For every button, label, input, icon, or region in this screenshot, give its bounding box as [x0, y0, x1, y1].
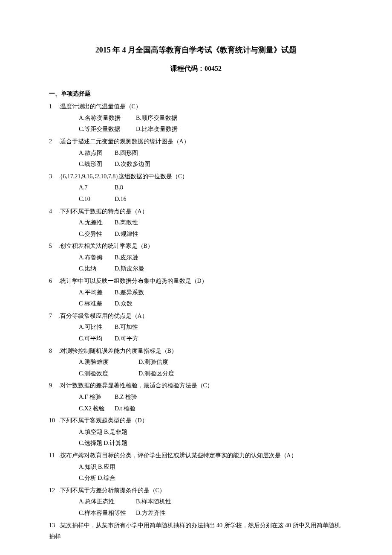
section-heading: 一、单项选择题 — [49, 88, 343, 100]
option-c: C.选择题 D.计算题 — [79, 438, 164, 449]
question-row: 11.按布卢姆对教育目标的分类，评价学生回忆或辨认某些特定事实的能力的认知层次是… — [49, 450, 343, 462]
option-c: C.测验效度 — [79, 368, 138, 380]
option-c: C.可平均 — [79, 333, 115, 345]
question-stem: .对计数数据的差异显著性检验，最适合的检验方法是（C） — [58, 382, 213, 389]
options-line: A.知识 B.应用 — [79, 462, 343, 473]
options: A.测验难度D.测验信度C.测验效度D.测验区分度 — [49, 357, 343, 379]
question-stem: .{6,17,21,9,16,∶2,10,7,8}这组数据的中位数是（C） — [58, 173, 188, 180]
options-line: A.F 检验B.Z 检验 — [79, 392, 343, 403]
options-line: A.可比性B.可加性 — [79, 322, 343, 333]
options-line: C.X2 检验D.t 检验 — [79, 403, 343, 415]
question: 10.下列不属于客观题类型的是（D）A.填空题 B.是非题C.选择题 D.计算题 — [49, 415, 343, 449]
options-line: C.样本容量相等性D.方差齐性 — [79, 508, 343, 519]
option-d: D.规津性 — [115, 229, 138, 240]
options-line: A.布鲁姆B.皮尔逊 — [79, 252, 343, 264]
options-line: A.平均差B.差异系数 — [79, 287, 343, 299]
options: A.总体正态性B.样本随机性C.样本容量相等性D.方差齐性 — [49, 496, 343, 519]
question-number: 13 — [49, 520, 58, 532]
question-number: 9 — [49, 380, 58, 392]
question-row: 4.下列不属于数据的特点的是（A） — [49, 206, 343, 218]
question-row: 1.温度计测出的气温量值是（C） — [49, 101, 343, 113]
option-a: A.测验难度 — [79, 357, 138, 368]
options: A.填空题 B.是非题C.选择题 D.计算题 — [49, 427, 343, 449]
option-c: C.10 — [79, 194, 115, 205]
question-row: 12.下列不属于方差分析前提条件的是（C） — [49, 485, 343, 497]
options: A.F 检验B.Z 检验C.X2 检验D.t 检验 — [49, 392, 343, 414]
question: 5.创立积差相关法的统计学家是（B）A.布鲁姆B.皮尔逊C.比纳D.斯皮尔曼 — [49, 241, 343, 275]
option-d: D.次数多边图 — [115, 159, 150, 170]
question-row: 2.适合于描述二元变量的观测数据的统计图是（A） — [49, 136, 343, 148]
options: A.知识 B.应用C.分析 D.综合 — [49, 462, 343, 484]
options: A.7B.8C.10D.16 — [49, 182, 343, 205]
option-a: A.布鲁姆 — [79, 252, 115, 264]
option-d: D.16 — [115, 194, 127, 205]
question: 6.统计学中可以反映一组数据分布集中趋势的量数是（D）A.平均差B.差异系数C … — [49, 276, 343, 310]
question: 1.温度计测出的气温量值是（C）A.名称变量数据B.顺序变量数据C.等距变量数据… — [49, 101, 343, 135]
option-c: C.线形图 — [79, 159, 115, 170]
question: 4.下列不属于数据的特点的是（A）A.无差性B.离散性C.变异性D.规津性 — [49, 206, 343, 240]
question-stem: .下列不属于客观题类型的是（D） — [58, 417, 148, 424]
question-stem: .温度计测出的气温量值是（C） — [58, 103, 141, 110]
options-line: A.名称变量数据B.顺序变量数据 — [79, 113, 343, 124]
options: A.无差性B.离散性C.变异性D.规津性 — [49, 217, 343, 240]
option-c: C.分析 D.综合 — [79, 473, 164, 484]
option-d: D.t 检验 — [115, 403, 135, 415]
options-line: A.散点图B.圆形图 — [79, 148, 343, 159]
option-b: B.离散性 — [115, 217, 138, 229]
options-line: A.填空题 B.是非题 — [79, 427, 343, 438]
question: 8.对测验控制随机误差能力的度量指标是（B）A.测验难度D.测验信度C.测验效度… — [49, 346, 343, 380]
options-line: C.比纳D.斯皮尔曼 — [79, 263, 343, 275]
option-a: A.F 检验 — [79, 392, 115, 403]
question-stem: .适合于描述二元变量的观测数据的统计图是（A） — [58, 138, 190, 145]
question-stem: .创立积差相关法的统计学家是（B） — [58, 243, 153, 249]
question-number: 2 — [49, 136, 58, 148]
question-row: 6.统计学中可以反映一组数据分布集中趋势的量数是（D） — [49, 276, 343, 287]
question-stem: .对测验控制随机误差能力的度量指标是（B） — [58, 348, 177, 354]
options: A.可比性B.可加性C.可平均D.可平方 — [49, 322, 343, 344]
question-stem: .统计学中可以反映一组数据分布集中趋势的量数是（D） — [58, 278, 208, 284]
option-d: D.方差齐性 — [136, 508, 166, 519]
option-b: B.顺序变量数据 — [136, 113, 177, 124]
option-c: C 标准差 — [79, 298, 115, 310]
option-a: A.7 — [79, 182, 115, 194]
option-c: C.等距变量数据 — [79, 124, 136, 135]
question-row: 3.{6,17,21,9,16,∶2,10,7,8}这组数据的中位数是（C） — [49, 171, 343, 183]
question-number: 12 — [49, 485, 58, 497]
options-line: C.可平均D.可平方 — [79, 333, 343, 345]
option-d: D.众数 — [115, 298, 133, 310]
question: 7.百分等级常模应用的优点是（A）A.可比性B.可加性C.可平均D.可平方 — [49, 311, 343, 345]
option-a: A.填空题 B.是非题 — [79, 427, 164, 438]
question-number: 7 — [49, 311, 58, 322]
options-line: A.7B.8 — [79, 182, 343, 194]
question-number: 1 — [49, 101, 58, 113]
option-a: A.总体正态性 — [79, 496, 136, 508]
options: A.平均差B.差异系数C 标准差D.众数 — [49, 287, 343, 310]
question-stem: .某次抽样中，从某市所有小学中用简单随机抽样的办法抽出 40 所学校，然后分别在… — [49, 522, 340, 540]
question-number: 11 — [49, 450, 58, 462]
option-b: B.可加性 — [115, 322, 138, 333]
option-c: C.X2 检验 — [79, 403, 115, 415]
option-b: B.样本随机性 — [136, 496, 171, 508]
question-row: 7.百分等级常模应用的优点是（A） — [49, 311, 343, 322]
question-number: 5 — [49, 241, 58, 252]
option-a: A.可比性 — [79, 322, 115, 333]
question-row: 5.创立积差相关法的统计学家是（B） — [49, 241, 343, 252]
question: 12.下列不属于方差分析前提条件的是（C）A.总体正态性B.样本随机性C.样本容… — [49, 485, 343, 519]
option-a: A.散点图 — [79, 148, 115, 159]
options-line: C.测验效度D.测验区分度 — [79, 368, 343, 380]
option-a: A.平均差 — [79, 287, 115, 299]
question-number: 4 — [49, 206, 58, 218]
option-b: B.皮尔逊 — [115, 252, 138, 264]
question: 9.对计数数据的差异显著性检验，最适合的检验方法是（C）A.F 检验B.Z 检验… — [49, 380, 343, 414]
option-a: A.名称变量数据 — [79, 113, 136, 124]
option-d: D.斯皮尔曼 — [115, 263, 144, 275]
question: 3.{6,17,21,9,16,∶2,10,7,8}这组数据的中位数是（C）A.… — [49, 171, 343, 205]
question-number: 10 — [49, 415, 58, 427]
question-number: 6 — [49, 276, 58, 287]
option-d: D.可平方 — [115, 333, 138, 345]
options-line: C.变异性D.规津性 — [79, 229, 343, 240]
question-number: 8 — [49, 346, 58, 357]
question-row: 10.下列不属于客观题类型的是（D） — [49, 415, 343, 427]
options-line: C.等距变量数据D.比率变量数据 — [79, 124, 343, 135]
question: 2.适合于描述二元变量的观测数据的统计图是（A）A.散点图B.圆形图C.线形图D… — [49, 136, 343, 170]
